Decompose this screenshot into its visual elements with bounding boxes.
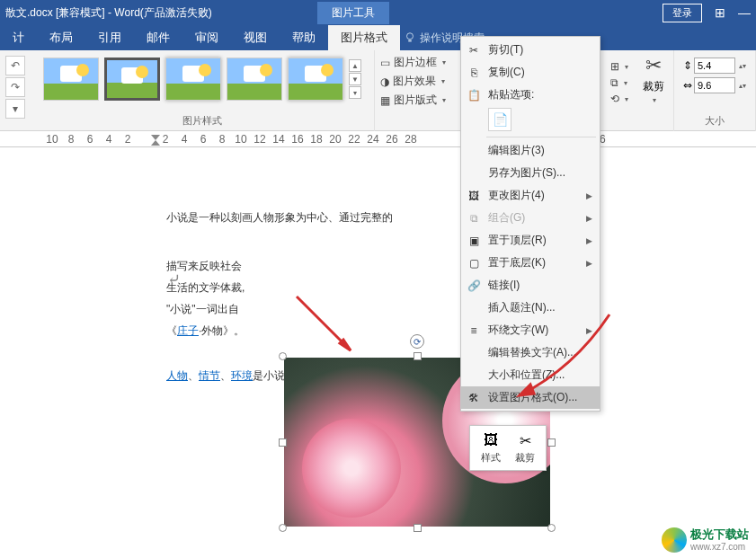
- tab-layout[interactable]: 布局: [37, 25, 85, 50]
- mini-style-button[interactable]: 🖼 样式: [474, 430, 508, 466]
- context-menu: ✂剪切(T) ⎘复制(C) 📋粘贴选项: 📄 编辑图片(3) 另存为图片(S).…: [460, 36, 600, 412]
- height-icon: ⇕: [683, 59, 692, 72]
- link-setting[interactable]: 环境: [231, 369, 253, 382]
- lightbulb-icon: [404, 31, 416, 44]
- height-input[interactable]: [694, 58, 735, 74]
- change-picture-icon: 🖼: [467, 189, 481, 203]
- paste-option-keep-formatting[interactable]: 📄: [488, 108, 511, 131]
- menu-group: ⧉组合(G)▶: [461, 207, 600, 229]
- paste-icon: 📋: [467, 88, 481, 102]
- mini-toolbar: 🖼 样式 ✂ 裁剪: [469, 425, 547, 471]
- svg-point-0: [407, 33, 414, 40]
- menu-wrap-text[interactable]: ≡环绕文字(W)▶: [461, 319, 600, 341]
- link-character[interactable]: 人物: [166, 369, 188, 382]
- border-icon: ▭: [380, 57, 390, 69]
- align-button[interactable]: ⊞▾: [610, 59, 628, 74]
- width-row: ⇔ ▴▾: [683, 77, 746, 93]
- picture-style-5[interactable]: [288, 58, 343, 101]
- link-plot[interactable]: 情节: [199, 369, 220, 382]
- format-picture-icon: 🛠: [467, 391, 481, 405]
- document-title: 散文.docx [兼容模式] - Word(产品激活失败): [5, 5, 272, 21]
- group-label-styles: 图片样式: [182, 114, 222, 129]
- menu-format-picture[interactable]: 🛠设置图片格式(O)...: [461, 386, 600, 409]
- indent-marker[interactable]: [151, 135, 160, 146]
- picture-style-4[interactable]: [227, 58, 282, 101]
- group-menu-icon: ⧉: [467, 211, 481, 226]
- horizontal-ruler[interactable]: 1086422468101214161820222426284446: [0, 131, 756, 147]
- picture-layout-button[interactable]: ▦图片版式▾: [380, 92, 446, 109]
- tab-help[interactable]: 帮助: [280, 25, 328, 50]
- menu-hyperlink[interactable]: 🔗链接(I): [461, 274, 600, 297]
- logo-url: www.xz7.com: [690, 542, 749, 552]
- picture-style-2[interactable]: [104, 58, 160, 101]
- tab-view[interactable]: 视图: [231, 25, 280, 50]
- logo-name: 极光下载站: [690, 528, 749, 541]
- menu-cut[interactable]: ✂剪切(T): [461, 39, 600, 61]
- copy-icon: ⎘: [467, 66, 481, 80]
- menu-bring-to-front[interactable]: ▣置于顶层(R)▶: [461, 229, 600, 252]
- mini-crop-button[interactable]: ✂ 裁剪: [508, 430, 542, 466]
- tab-review[interactable]: 审阅: [182, 25, 231, 50]
- tab-mailings[interactable]: 邮件: [134, 25, 182, 50]
- style-mini-icon: 🖼: [482, 431, 500, 449]
- tab-design[interactable]: 计: [0, 25, 37, 50]
- menu-size-and-position[interactable]: 大小和位置(Z)...: [461, 364, 600, 386]
- menu-save-as-picture[interactable]: 另存为图片(S)...: [461, 162, 600, 184]
- rotate-button[interactable]: ⟲▾: [610, 92, 628, 106]
- paragraph-mark-icon: ⤶: [167, 270, 181, 289]
- contextual-tab-label: 图片工具: [317, 2, 389, 24]
- menu-edit-alt-text[interactable]: 编辑替换文字(A)...: [461, 341, 600, 364]
- menu-change-picture[interactable]: 🖼更改图片(4)▶: [461, 184, 600, 207]
- menu-send-to-back[interactable]: ▢置于底层(K)▶: [461, 252, 600, 274]
- effects-icon: ◑: [380, 75, 389, 88]
- title-bar: 散文.docx [兼容模式] - Word(产品激活失败) 图片工具 登录 ⊞ …: [0, 0, 756, 25]
- minimize-icon[interactable]: —: [738, 5, 751, 20]
- tab-picture-format[interactable]: 图片格式: [328, 25, 400, 50]
- picture-border-button[interactable]: ▭图片边框▾: [380, 54, 446, 71]
- styles-more[interactable]: ▾: [349, 86, 361, 99]
- group-icon: ⧉: [610, 76, 618, 89]
- sign-in-button[interactable]: 登录: [663, 4, 702, 22]
- styles-scroll-down[interactable]: ▼: [349, 73, 361, 85]
- align-icon: ⊞: [610, 60, 619, 73]
- menu-insert-caption[interactable]: 插入题注(N)...: [461, 297, 600, 319]
- picture-effects-button[interactable]: ◑图片效果▾: [380, 73, 446, 90]
- rotate-icon: ⟲: [610, 93, 619, 105]
- nav-down-button[interactable]: ▾: [5, 99, 25, 119]
- ribbon-display-icon[interactable]: ⊞: [715, 5, 725, 20]
- undo-button[interactable]: ↶: [5, 56, 25, 75]
- crop-mini-icon: ✂: [516, 431, 534, 449]
- tab-references[interactable]: 引用: [85, 25, 134, 50]
- width-icon: ⇔: [683, 79, 692, 92]
- link-icon: 🔗: [467, 279, 481, 293]
- cut-icon: ✂: [467, 43, 481, 58]
- ribbon: ↶ ↷ ▾ ▲ ▼ ▾ 图片样式 ▭图片边框▾ ◑图片效果▾ ▦图片版式▾ 层 …: [0, 50, 756, 131]
- crop-button[interactable]: 裁剪: [643, 79, 664, 94]
- width-input[interactable]: [694, 77, 735, 93]
- watermark-logo: 极光下载站 www.xz7.com: [662, 527, 749, 553]
- menu-copy[interactable]: ⎘复制(C): [461, 61, 600, 84]
- link-zhuangzi[interactable]: 庄子: [177, 324, 199, 337]
- layout-icon: ▦: [380, 94, 390, 107]
- menu-edit-picture[interactable]: 编辑图片(3): [461, 139, 600, 162]
- redo-button[interactable]: ↷: [5, 77, 25, 97]
- bring-front-icon: ▣: [467, 234, 481, 248]
- crop-icon: ✂: [645, 54, 662, 77]
- picture-style-1[interactable]: [43, 58, 99, 101]
- picture-style-3[interactable]: [165, 58, 221, 101]
- group-button[interactable]: ⧉▾: [610, 75, 628, 90]
- logo-icon: [662, 527, 687, 553]
- rotate-handle[interactable]: ⟳: [410, 334, 424, 349]
- styles-scroll-up[interactable]: ▲: [349, 59, 361, 72]
- height-row: ⇕ ▴▾: [683, 58, 746, 74]
- group-label-size: 大小: [705, 114, 725, 129]
- send-back-icon: ▢: [467, 256, 481, 270]
- ribbon-tabs: 计 布局 引用 邮件 审阅 视图 帮助 图片格式 操作说明搜索: [0, 25, 756, 50]
- menu-paste-options-label: 📋粘贴选项:: [461, 84, 600, 106]
- wrap-text-icon: ≡: [467, 323, 481, 338]
